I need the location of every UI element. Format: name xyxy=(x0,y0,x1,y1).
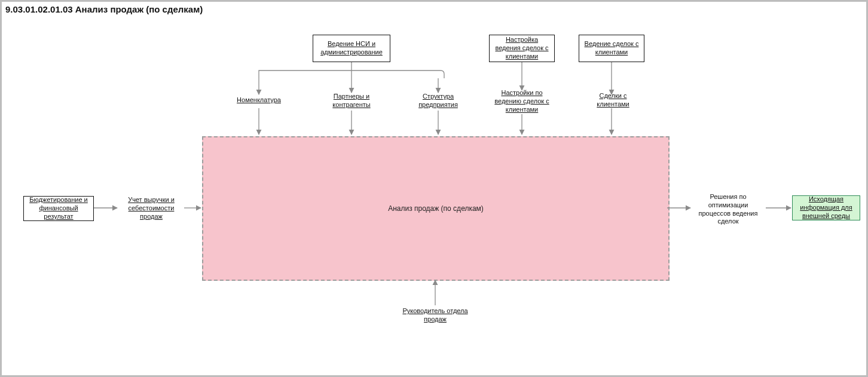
source-deal-mgmt-label: Ведение сделок с клиентами xyxy=(583,40,640,57)
source-nsi-label: Ведение НСИ и администрирование xyxy=(317,40,386,57)
input-partners[interactable]: Партнеры и контрагенты xyxy=(319,93,384,109)
input-deal-settings-label: Настройки по ведению сделок с клиентами xyxy=(493,89,551,114)
right-decisions: Решения по оптимизации процессов ведения… xyxy=(692,193,764,226)
right-decisions-label: Решения по оптимизации процессов ведения… xyxy=(699,193,758,225)
input-deal-settings[interactable]: Настройки по ведению сделок с клиентами xyxy=(489,90,555,113)
source-nsi[interactable]: Ведение НСИ и администрирование xyxy=(313,35,390,62)
input-structure-label: Структура предприятия xyxy=(412,93,464,109)
input-partners-label: Партнеры и контрагенты xyxy=(322,93,381,109)
bottom-manager-label: Руководитель отдела продаж xyxy=(400,307,470,324)
central-process[interactable]: Анализ продаж (по сделкам) xyxy=(202,136,670,281)
source-deal-mgmt[interactable]: Ведение сделок с клиентами xyxy=(579,35,644,62)
source-deal-setup-label: Настройка ведения сделок с клиентами xyxy=(493,36,551,60)
diagram-container: 9.03.01.02.01.03 Анализ продаж (по сделк… xyxy=(0,0,868,377)
left-budget[interactable]: Бюджетирование и финансовый результат xyxy=(23,196,94,221)
central-process-label: Анализ продаж (по сделкам) xyxy=(388,204,484,213)
left-revenue-label: Учет выручки и себестоимости продаж xyxy=(122,196,181,220)
left-budget-label: Бюджетирование и финансовый результат xyxy=(27,196,90,220)
source-deal-setup[interactable]: Настройка ведения сделок с клиентами xyxy=(489,35,555,62)
right-outgoing-label: Исходящая информация для внешней среды xyxy=(796,195,856,220)
input-client-deals-label: Сделки с клиентами xyxy=(582,92,644,109)
input-nomenclature[interactable]: Номенклатура xyxy=(229,94,289,106)
right-outgoing[interactable]: Исходящая информация для внешней среды xyxy=(792,195,860,220)
input-client-deals[interactable]: Сделки с клиентами xyxy=(579,94,647,106)
bottom-manager[interactable]: Руководитель отдела продаж xyxy=(396,306,474,324)
page-title: 9.03.01.02.01.03 Анализ продаж (по сделк… xyxy=(5,4,203,14)
input-structure[interactable]: Структура предприятия xyxy=(408,93,468,109)
left-revenue[interactable]: Учет выручки и себестоимости продаж xyxy=(118,196,184,221)
input-nomenclature-label: Номенклатура xyxy=(237,96,281,105)
